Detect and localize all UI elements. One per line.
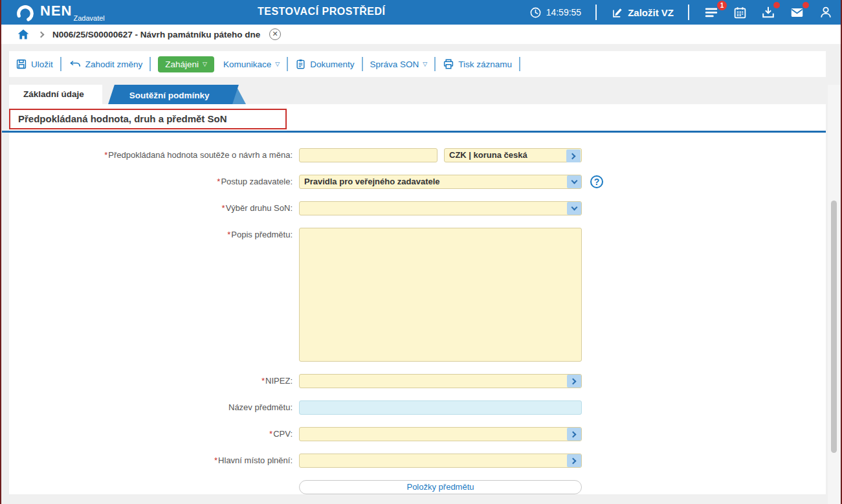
- calendar-icon: [733, 6, 747, 19]
- chevron-down-icon: [571, 178, 577, 184]
- spacer: [0, 44, 842, 51]
- son-admin-label: Správa SON: [370, 60, 419, 69]
- nen-logo[interactable]: NEN Zadavatel: [16, 1, 105, 23]
- scrollbar-thumb[interactable]: [831, 201, 837, 453]
- inbox-alert-dot: [773, 2, 780, 8]
- field-label: *NIPEZ:: [9, 374, 299, 388]
- son-admin-menu-button[interactable]: Správa SON ▽: [370, 60, 428, 69]
- edit-icon: [611, 6, 623, 19]
- toolbar-divider: [434, 57, 436, 71]
- field-label: *Postup zadavatele:: [9, 175, 299, 189]
- discard-changes-button[interactable]: Zahodit změny: [69, 58, 143, 70]
- form-row-cpv: *CPV:: [9, 427, 826, 441]
- clipboard-icon: [295, 58, 306, 70]
- record-tabs: Základní údaje Soutěžní podmínky: [9, 85, 842, 104]
- estimated-value-field: [299, 148, 438, 162]
- clock-icon: [529, 6, 542, 19]
- cpv-field[interactable]: [299, 427, 582, 441]
- discard-label: Zahodit změny: [85, 60, 143, 69]
- app-header: NEN Zadavatel TESTOVACÍ PROSTŘEDÍ 14:59:…: [0, 0, 842, 25]
- messages-button[interactable]: [790, 5, 804, 19]
- currency-picker-button[interactable]: [566, 149, 581, 162]
- field-label: *Popis předmětu:: [9, 228, 299, 242]
- print-record-button[interactable]: Tisk záznamu: [443, 58, 512, 70]
- required-marker: *: [269, 429, 272, 439]
- header-divider: [688, 5, 689, 20]
- estimated-value-input[interactable]: [300, 149, 437, 162]
- caret-down-icon: ▽: [275, 61, 280, 67]
- chevron-down-icon: [571, 204, 577, 211]
- documents-label: Dokumenty: [310, 60, 354, 69]
- task-list-icon: [704, 5, 719, 19]
- user-profile-button[interactable]: [819, 5, 833, 19]
- form-row-procedure: *Postup zadavatele: Pravidla pro veřejné…: [9, 175, 826, 189]
- help-icon[interactable]: ?: [590, 175, 603, 188]
- required-marker: *: [227, 230, 230, 239]
- create-vz-label: Založit VZ: [628, 7, 674, 18]
- person-icon: [819, 5, 833, 19]
- chevron-right-icon: [570, 153, 576, 159]
- form-row-estimated-value: *Předpokládaná hodnota soutěže o návrh a…: [9, 148, 826, 162]
- procedure-select[interactable]: Pravidla pro veřejného zadavatele: [299, 175, 582, 189]
- son-type-select[interactable]: [299, 201, 582, 215]
- toolbar-divider: [60, 57, 61, 71]
- form-row-son-type: *Výběr druhu SoN:: [9, 201, 826, 215]
- record-toolbar: Uložit Zahodit změny Zahájeni ▽ Komunika…: [9, 51, 826, 77]
- save-button[interactable]: Uložit: [16, 58, 53, 70]
- field-label: Název předmětu:: [9, 400, 299, 415]
- tab-label: Soutěžní podmínky: [129, 91, 210, 100]
- required-marker: *: [217, 177, 220, 186]
- description-textarea[interactable]: [299, 228, 582, 362]
- son-type-dropdown-button[interactable]: [567, 202, 581, 215]
- tab-label: Základní údaje: [23, 89, 84, 99]
- nipez-field[interactable]: [299, 374, 582, 388]
- main-place-picker-button[interactable]: [567, 454, 581, 467]
- clock-time: 14:59:55: [546, 7, 582, 17]
- procedure-dropdown-button[interactable]: [567, 175, 581, 188]
- breadcrumb-chevron-icon: [38, 31, 45, 38]
- caret-down-icon: ▽: [423, 61, 427, 67]
- nipez-picker-button[interactable]: [567, 375, 581, 388]
- scrollbar-track[interactable]: [828, 85, 840, 504]
- close-record-icon[interactable]: ✕: [269, 28, 281, 40]
- inbox-download-button[interactable]: [761, 5, 775, 19]
- messages-alert-dot: [803, 2, 809, 8]
- start-label: Zahájeni: [165, 60, 199, 69]
- print-label: Tisk záznamu: [458, 60, 512, 69]
- chevron-right-icon: [570, 431, 577, 437]
- son-form: *Předpokládaná hodnota soutěže o návrh a…: [9, 133, 826, 494]
- tasks-menu-button[interactable]: 1: [704, 5, 719, 19]
- calendar-button[interactable]: [733, 6, 747, 19]
- field-label: *CPV:: [9, 427, 299, 441]
- brand-subtitle: Zadavatel: [73, 14, 104, 22]
- communication-menu-button[interactable]: Komunikace ▽: [223, 60, 280, 69]
- save-label: Uložit: [31, 60, 53, 69]
- clock: 14:59:55: [529, 6, 582, 19]
- subject-items-button[interactable]: Položky předmětu: [299, 480, 582, 494]
- field-label: *Hlavní místo plnění:: [9, 454, 299, 468]
- tab-zakladni-udaje[interactable]: Základní údaje: [9, 85, 102, 104]
- communication-label: Komunikace: [223, 60, 271, 69]
- chevron-right-icon: [570, 378, 577, 384]
- start-menu-button[interactable]: Zahájeni ▽: [158, 56, 214, 72]
- cpv-picker-button[interactable]: [567, 428, 581, 441]
- form-row-nipez: *NIPEZ:: [9, 374, 826, 388]
- brand-name: NEN: [40, 1, 72, 21]
- header-divider: [595, 5, 597, 20]
- tasks-badge: 1: [717, 1, 727, 10]
- form-row-main-place: *Hlavní místo plnění:: [9, 454, 826, 468]
- main-place-field[interactable]: [299, 454, 582, 468]
- tab-soutezni-podminky[interactable]: Soutěžní podmínky: [111, 85, 236, 104]
- window-edge-left: [0, 0, 1, 504]
- caret-down-icon: ▽: [203, 61, 207, 67]
- spacer: [0, 77, 842, 85]
- envelope-icon: [790, 5, 804, 19]
- form-panel: Předpokládaná hodnota, druh a předmět So…: [9, 104, 826, 494]
- nen-swirl-icon: [16, 4, 35, 23]
- form-row-description: *Popis předmětu:: [9, 228, 826, 362]
- create-vz-button[interactable]: Založit VZ: [611, 6, 674, 19]
- currency-field: CZK | koruna česká: [444, 148, 582, 162]
- documents-button[interactable]: Dokumenty: [295, 58, 354, 70]
- chevron-right-icon: [570, 457, 577, 464]
- home-icon[interactable]: [17, 28, 30, 41]
